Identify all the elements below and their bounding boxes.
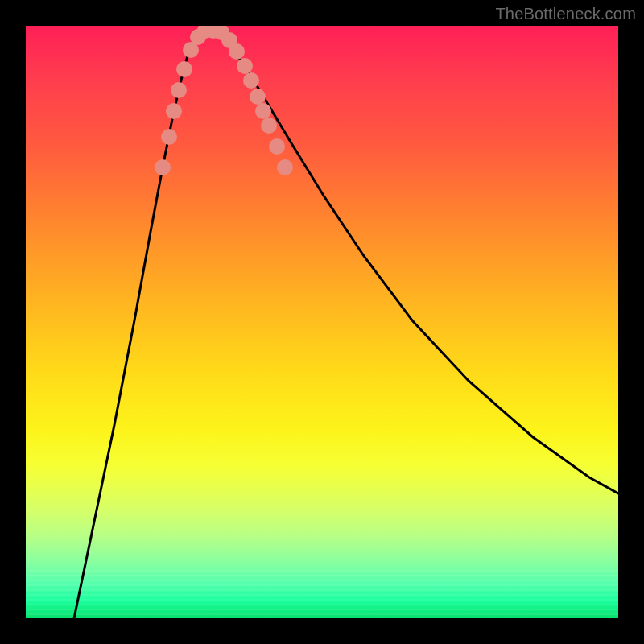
bottleneck-curve <box>74 31 618 618</box>
bottleneck-curve-svg <box>26 26 618 618</box>
highlight-dot <box>171 82 187 98</box>
highlight-dot <box>237 58 253 74</box>
highlight-dot <box>277 159 293 175</box>
highlight-dot <box>176 61 192 77</box>
highlight-dot <box>243 72 259 89</box>
highlight-dots <box>155 26 293 175</box>
plot-area <box>26 26 618 618</box>
highlight-dot <box>229 43 245 60</box>
highlight-dot <box>155 159 171 175</box>
highlight-dot <box>197 26 213 39</box>
highlight-dot <box>166 103 182 119</box>
highlight-dot <box>205 26 221 39</box>
highlight-dot <box>221 32 237 48</box>
highlight-dot <box>250 89 266 105</box>
highlight-dot <box>213 26 229 40</box>
highlight-dot <box>183 42 199 58</box>
highlight-dot <box>269 138 285 155</box>
highlight-dot <box>255 103 271 119</box>
chart-frame: TheBottleneck.com <box>0 0 644 644</box>
watermark-text: TheBottleneck.com <box>495 5 636 23</box>
highlight-dot <box>190 29 206 45</box>
highlight-dot <box>161 129 177 145</box>
bottom-stripe-overlay <box>26 570 618 618</box>
highlight-dot <box>261 118 277 134</box>
